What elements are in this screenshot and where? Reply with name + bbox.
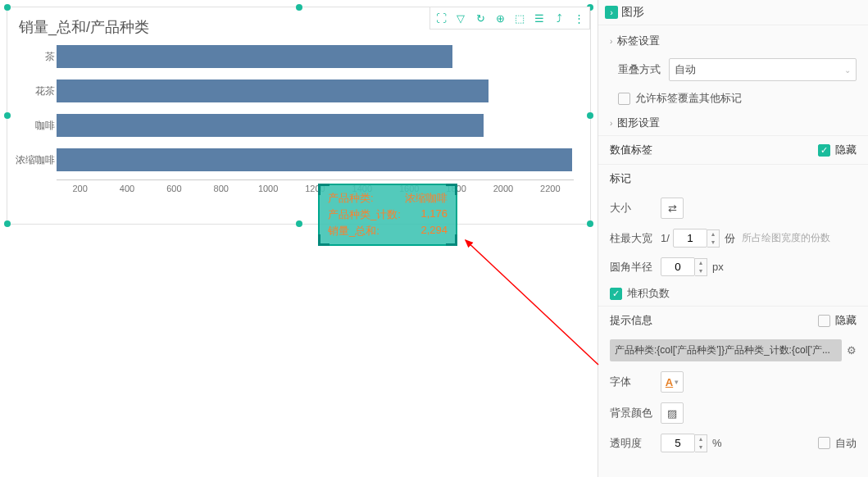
chart-area: ⛶ ▽ ↻ ⊕ ⬚ ☰ ⤴ ⋮ 销量_总和/产品种类 茶 花茶: [0, 0, 598, 477]
x-tick: 400: [103, 184, 150, 193]
svg-line-1: [466, 240, 598, 365]
bar[interactable]: [57, 45, 452, 68]
resize-handle[interactable]: [296, 220, 302, 227]
gear-icon[interactable]: ⚙: [847, 344, 857, 357]
hint-template-field[interactable]: 产品种类:{col['产品种类']}产品种类_计数:{col['产...: [610, 339, 842, 361]
tooltip-label: 产品种类:: [328, 191, 374, 206]
size-label: 大小: [610, 201, 661, 216]
resize-handle[interactable]: [587, 220, 593, 227]
expand-icon[interactable]: ⛶: [432, 9, 450, 27]
panel-header: › 图形: [598, 0, 868, 25]
opacity-input[interactable]: [661, 434, 695, 452]
x-tick: 200: [57, 184, 103, 193]
bar-width-label: 柱最大宽: [610, 231, 661, 246]
panel-title: 图形: [621, 5, 644, 20]
tooltip-value: 2,294: [420, 224, 448, 238]
opacity-auto-checkbox[interactable]: [818, 437, 830, 449]
side-panel: › 图形 › 标签设置 重叠方式 自动 ⌄ 允许标签覆盖其他标记 › 图形: [598, 0, 868, 477]
corner-radius-label: 圆角半径: [610, 260, 661, 275]
overlap-label: 重叠方式: [618, 62, 669, 77]
bar[interactable]: [57, 80, 489, 102]
rotate-icon[interactable]: ↻: [471, 9, 489, 27]
bar-width-hint: 所占绘图宽度的份数: [742, 231, 830, 245]
bar[interactable]: [57, 148, 572, 171]
chevron-right-icon: ›: [610, 119, 612, 128]
bar-label: 浓缩咖啡: [12, 153, 55, 167]
auto-label: 自动: [835, 436, 857, 451]
filter-icon[interactable]: ▽: [452, 9, 470, 27]
tooltip-label: 销量_总和:: [328, 224, 379, 238]
hint-title: 提示信息: [610, 313, 652, 328]
annotation-arrow: [459, 234, 607, 373]
font-settings-button[interactable]: A▾: [661, 371, 684, 393]
overlap-select[interactable]: 自动 ⌄: [669, 58, 857, 81]
resize-handle[interactable]: [4, 4, 11, 11]
bar-width-input[interactable]: [673, 229, 707, 248]
x-tick: 1000: [244, 184, 291, 193]
zoom-icon[interactable]: ⊕: [491, 9, 509, 27]
corner-radius-spinner[interactable]: ▴▾: [695, 258, 707, 276]
tooltip-label: 产品种类_计数:: [328, 207, 401, 222]
chevron-right-icon: ›: [610, 37, 612, 46]
allow-cover-label: 允许标签覆盖其他标记: [635, 91, 742, 106]
resize-handle[interactable]: [296, 4, 302, 11]
data-label-hidden-checkbox[interactable]: ✓: [818, 144, 830, 157]
select-icon[interactable]: ⬚: [511, 9, 529, 27]
hidden-label: 隐藏: [835, 313, 857, 328]
chart-toolbar: ⛶ ▽ ↻ ⊕ ⬚ ☰ ⤴ ⋮: [429, 7, 590, 30]
corner-radius-input[interactable]: [661, 257, 695, 276]
x-tick: 600: [151, 184, 198, 193]
more-icon[interactable]: ⋮: [570, 9, 588, 27]
chevron-down-icon: ⌄: [844, 66, 851, 75]
tooltip-value: 1,176: [420, 207, 448, 222]
section-shape-settings[interactable]: › 图形设置: [598, 111, 868, 135]
marker-title: 标记: [610, 171, 631, 186]
list-icon[interactable]: ☰: [530, 9, 548, 27]
x-tick: 2200: [527, 184, 574, 193]
x-axis: 200 400 600 800 1000 1200 1400 1600 1800…: [57, 179, 574, 193]
stack-neg-label: 堆积负数: [627, 286, 670, 301]
opacity-label: 透明度: [610, 436, 661, 451]
data-label-title: 数值标签: [610, 143, 652, 157]
allow-cover-checkbox[interactable]: [618, 93, 630, 105]
chart-box[interactable]: ⛶ ▽ ↻ ⊕ ⬚ ☰ ⤴ ⋮ 销量_总和/产品种类 茶 花茶: [7, 7, 591, 225]
bar-label: 咖啡: [12, 119, 55, 133]
hidden-label: 隐藏: [835, 143, 857, 157]
tooltip-value: 浓缩咖啡: [405, 191, 448, 206]
bar-label: 茶: [12, 50, 55, 64]
chart-tooltip: 产品种类:浓缩咖啡 产品种类_计数:1,176 销量_总和:2,294: [318, 184, 457, 246]
font-label: 字体: [610, 375, 661, 389]
x-tick: 2000: [479, 184, 526, 193]
bar[interactable]: [57, 114, 484, 137]
bar-label: 花茶: [12, 84, 55, 98]
collapse-panel-icon[interactable]: ›: [605, 6, 618, 19]
bar-width-spinner[interactable]: ▴▾: [707, 229, 720, 248]
bg-label: 背景颜色: [610, 406, 661, 420]
section-label-settings[interactable]: › 标签设置: [598, 29, 868, 53]
bg-color-button[interactable]: ▨: [661, 402, 684, 424]
export-icon[interactable]: ⤴: [550, 9, 568, 27]
x-tick: 800: [198, 184, 244, 193]
hint-hidden-checkbox[interactable]: [818, 315, 830, 327]
opacity-spinner[interactable]: ▴▾: [695, 434, 707, 452]
chart-body: 茶 花茶 咖啡 浓缩咖啡 200 400 600: [7, 42, 590, 210]
resize-handle[interactable]: [4, 220, 11, 227]
stack-neg-checkbox[interactable]: ✓: [610, 288, 622, 300]
size-settings-icon[interactable]: ⇄: [661, 198, 684, 219]
